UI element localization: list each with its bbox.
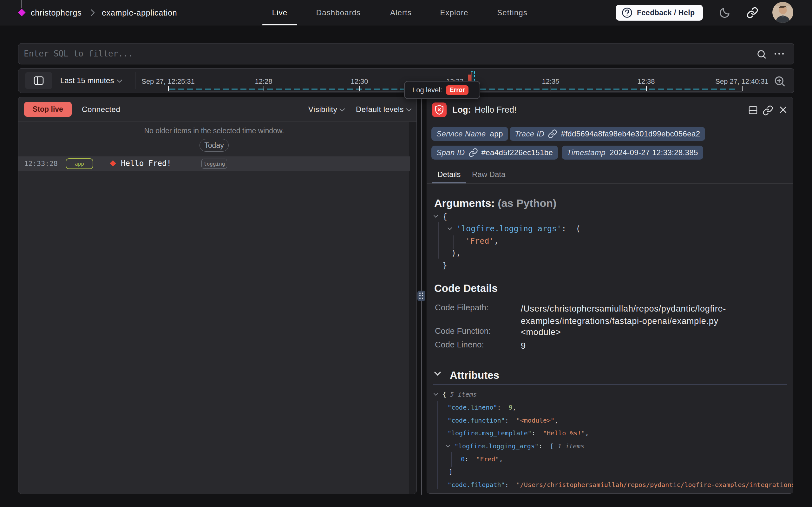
trace-id-badge[interactable]: Trace ID #fdd5694a8fa98eb4e301d99ebc056e… xyxy=(510,127,705,141)
live-panel-header: Stop live Connected Visibility Default l… xyxy=(18,97,417,122)
tab-details[interactable]: Details xyxy=(437,166,460,183)
tab-alerts[interactable]: Alerts xyxy=(390,0,412,25)
panel-divider-handle[interactable] xyxy=(418,291,425,301)
code-detail-value: <module> xyxy=(521,326,786,339)
sidebar-icon xyxy=(34,76,44,85)
collapse-chevron-icon[interactable] xyxy=(446,445,454,448)
scrollbar-gutter[interactable] xyxy=(409,122,417,494)
timeline-tick xyxy=(742,86,743,91)
time-range-dropdown[interactable]: Last 15 minutes xyxy=(60,68,122,93)
attributes-divider xyxy=(433,384,787,385)
log-level-diamond-icon xyxy=(110,160,116,167)
code-line: ), xyxy=(434,247,580,260)
badge-label: Trace ID xyxy=(515,129,544,138)
code-token: "/Users/christophersamiullah/repos/pydan… xyxy=(516,481,793,489)
sidebar-toggle-button[interactable] xyxy=(25,72,52,89)
code-detail-label: Code Filepath: xyxy=(435,303,489,312)
code-filepath-row: Code Filepath: /Users/christophersamiull… xyxy=(435,303,489,313)
log-detail-panel: Log: Hello Fred! Service Name app Trace … xyxy=(427,97,793,494)
tab-settings[interactable]: Settings xyxy=(497,0,527,25)
code-token: "logfire.logging_args" xyxy=(454,442,539,450)
timeline-tick-label: Sep 27, 12:40:31 xyxy=(715,77,768,86)
log-service-tag[interactable]: app xyxy=(66,158,93,169)
collapse-chevron-icon[interactable] xyxy=(448,227,456,230)
code-token: } xyxy=(442,261,447,270)
time-range-label: Last 15 minutes xyxy=(60,76,114,85)
tab-dashboards[interactable]: Dashboards xyxy=(316,0,361,25)
error-level-icon xyxy=(432,103,447,117)
theme-toggle-button[interactable] xyxy=(719,0,731,25)
feedback-help-button[interactable]: Feedback / Help xyxy=(616,5,703,21)
collapse-chevron-icon[interactable] xyxy=(434,215,442,218)
attributes-heading[interactable]: Attributes xyxy=(450,369,499,381)
span-id-badge[interactable]: Span ID #ea4d5f226ec151be xyxy=(431,146,558,160)
tab-live-label: Live xyxy=(272,8,288,17)
dock-panel-icon[interactable] xyxy=(748,105,758,115)
zoom-in-icon[interactable] xyxy=(773,75,786,88)
today-button[interactable]: Today xyxy=(199,139,229,152)
copy-link-icon[interactable] xyxy=(762,105,773,116)
default-levels-dropdown[interactable]: Default levels xyxy=(356,97,412,121)
timebar-divider xyxy=(135,72,135,89)
code-token: 5 items xyxy=(450,391,477,398)
badge-label: Service Name xyxy=(436,129,486,138)
arguments-heading: Arguments: (as Python) xyxy=(434,197,556,209)
share-link-button[interactable] xyxy=(746,0,758,25)
code-details-heading: Code Details xyxy=(434,282,498,294)
tab-explore[interactable]: Explore xyxy=(440,0,468,25)
tab-live[interactable]: Live xyxy=(272,0,288,25)
code-token: "Fred" xyxy=(476,455,499,463)
badge-label: Timestamp xyxy=(567,148,606,157)
close-icon[interactable] xyxy=(778,105,788,115)
collapse-chevron-icon[interactable] xyxy=(434,393,442,396)
badge-value: #ea4d5f226ec151be xyxy=(482,148,553,157)
tab-raw-data[interactable]: Raw Data xyxy=(472,166,505,183)
code-token: ] xyxy=(449,468,453,475)
code-token: : xyxy=(505,416,516,424)
timeline-tick-label: 12:35 xyxy=(542,77,559,86)
log-tag-logging[interactable]: logging xyxy=(201,159,227,169)
sql-filter-bar: Enter SQL to filter... xyxy=(18,43,794,64)
search-icon[interactable] xyxy=(756,49,767,60)
more-options-icon[interactable] xyxy=(774,53,784,55)
tab-dashboards-label: Dashboards xyxy=(316,8,361,17)
code-token: : xyxy=(465,455,476,463)
empty-state: No older items in the selected time wind… xyxy=(18,122,410,156)
visibility-dropdown[interactable]: Visibility xyxy=(308,97,345,121)
top-nav: christophergs example-application Live D… xyxy=(0,0,812,25)
code-token: "logfire.msg_template" xyxy=(447,429,532,437)
code-line: "code.filepath": "/Users/christophersami… xyxy=(434,478,793,492)
code-token: "code.lineno" xyxy=(447,404,497,411)
code-detail-value: 9 xyxy=(521,340,786,352)
timeline-tick xyxy=(646,86,647,91)
code-token: { xyxy=(442,212,447,221)
attributes-collapse-chevron-icon[interactable] xyxy=(435,371,441,377)
code-detail-value: /Users/christophersamiullah/repos/pydant… xyxy=(521,303,786,327)
user-avatar[interactable] xyxy=(772,2,793,23)
breadcrumb-project[interactable]: example-application xyxy=(102,0,177,25)
feedback-help-label: Feedback / Help xyxy=(637,9,695,17)
breadcrumb-org[interactable]: christophergs xyxy=(31,0,81,25)
detail-title-label: Log: xyxy=(452,105,471,115)
logfire-logo-icon[interactable] xyxy=(18,9,25,16)
drag-dots-icon xyxy=(419,292,424,299)
indent-guide xyxy=(451,452,452,467)
log-row[interactable]: 12:33:28 app Hello Fred! logging xyxy=(18,156,410,171)
badge-label: Span ID xyxy=(436,148,465,157)
sql-filter-input[interactable]: Enter SQL to filter... xyxy=(24,44,133,64)
code-line: "logfire.msg_template": "Hello %s!", xyxy=(434,427,793,440)
code-token: , xyxy=(499,455,503,463)
indent-guide xyxy=(453,235,453,249)
tab-alerts-label: Alerts xyxy=(390,8,412,17)
badge-value: #fdd5694a8fa98eb4e301d99ebc056ea2 xyxy=(561,129,700,138)
service-name-badge: Service Name app xyxy=(431,127,508,141)
stop-live-button[interactable]: Stop live xyxy=(24,102,72,117)
code-token: , xyxy=(585,429,589,437)
logfire-live-page: christophergs example-application Live D… xyxy=(0,0,812,507)
tooltip-label: Log level: xyxy=(412,86,442,94)
default-levels-label: Default levels xyxy=(356,105,404,114)
code-token: : ( xyxy=(561,224,580,233)
arguments-heading-label: Arguments: xyxy=(434,197,495,209)
code-token: 'Fred' xyxy=(465,236,494,245)
code-line: ] xyxy=(434,465,793,478)
